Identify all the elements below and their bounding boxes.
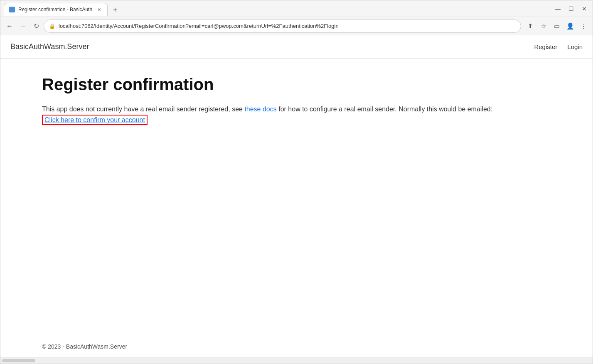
bottom-scrollbar[interactable] (0, 357, 593, 364)
login-link[interactable]: Login (567, 43, 583, 50)
nav-links: Register Login (534, 43, 583, 50)
body-text-part1: This app does not currently have a real … (42, 106, 244, 113)
main-content: Register confirmation This app does not … (0, 59, 593, 336)
forward-button[interactable]: → (17, 20, 29, 32)
window-controls: — ☐ ✕ (553, 4, 589, 14)
minimize-button[interactable]: — (553, 4, 563, 14)
title-bar: Register confirmation - BasicAuth ✕ + — … (0, 0, 593, 17)
profile-button[interactable]: 👤 (564, 20, 576, 32)
app-brand: BasicAuthWasm.Server (10, 42, 534, 51)
tab-bar: Register confirmation - BasicAuth ✕ + (4, 1, 121, 16)
browser-actions: ⬆ ☆ ▭ 👤 ⋮ (524, 20, 589, 32)
new-tab-button[interactable]: + (109, 5, 121, 16)
back-button[interactable]: ← (4, 20, 15, 32)
url-text: localhost:7062/Identity/Account/Register… (59, 23, 516, 29)
body-text: This app does not currently have a real … (42, 104, 499, 125)
bottom-scrollbar-thumb[interactable] (2, 359, 35, 362)
lock-icon: 🔒 (49, 23, 55, 29)
tab-favicon (9, 7, 15, 12)
register-link[interactable]: Register (534, 43, 557, 50)
app-nav: BasicAuthWasm.Server Register Login (0, 35, 593, 59)
body-text-part2: for how to configure a real email sender… (277, 106, 492, 113)
footer-text: © 2023 - BasicAuthWasm.Server (42, 343, 127, 350)
tab-close-button[interactable]: ✕ (96, 6, 102, 13)
refresh-button[interactable]: ↻ (30, 20, 42, 32)
docs-link[interactable]: these docs (244, 106, 276, 113)
maximize-button[interactable]: ☐ (566, 4, 576, 14)
close-button[interactable]: ✕ (579, 4, 589, 14)
confirm-account-link[interactable]: Click here to confirm your account (42, 115, 148, 125)
bookmark-button[interactable]: ☆ (538, 20, 549, 32)
address-bar: ← → ↻ 🔒 localhost:7062/Identity/Account/… (0, 17, 593, 35)
page-title: Register confirmation (42, 75, 551, 94)
reading-mode-button[interactable]: ▭ (551, 20, 563, 32)
url-bar[interactable]: 🔒 localhost:7062/Identity/Account/Regist… (44, 20, 521, 33)
page-content: BasicAuthWasm.Server Register Login Regi… (0, 35, 593, 357)
share-button[interactable]: ⬆ (524, 20, 536, 32)
active-tab[interactable]: Register confirmation - BasicAuth ✕ (4, 3, 108, 16)
tab-title: Register confirmation - BasicAuth (18, 7, 92, 12)
app-footer: © 2023 - BasicAuthWasm.Server (0, 336, 593, 357)
browser-window: Register confirmation - BasicAuth ✕ + — … (0, 0, 593, 364)
menu-button[interactable]: ⋮ (578, 20, 589, 32)
